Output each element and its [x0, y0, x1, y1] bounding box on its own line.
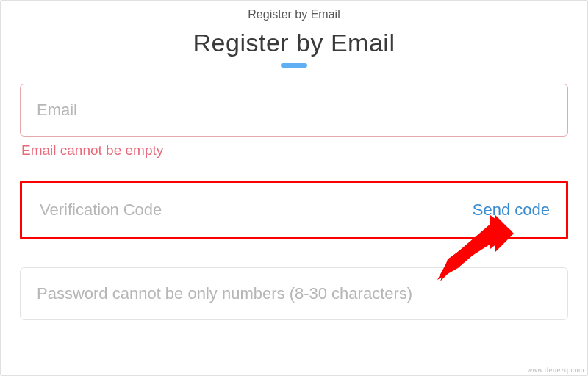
email-field[interactable]: [20, 84, 568, 137]
verification-code-field[interactable]: [38, 200, 453, 220]
window-title: Register by Email: [1, 1, 587, 26]
password-field-wrap: [20, 267, 568, 320]
send-code-button[interactable]: Send code: [473, 200, 550, 220]
email-field-wrap: [20, 84, 568, 137]
password-field[interactable]: [20, 267, 568, 320]
accent-bar: [281, 63, 307, 68]
page-title: Register by Email: [1, 29, 587, 57]
email-error: Email cannot be empty: [21, 142, 567, 159]
window: Register by Email Register by Email Emai…: [0, 0, 588, 376]
vertical-divider: [459, 199, 459, 221]
verification-code-row: Send code: [20, 181, 568, 239]
register-form: Email cannot be empty Send code: [1, 84, 587, 320]
watermark: www.deuezq.com: [527, 366, 584, 374]
